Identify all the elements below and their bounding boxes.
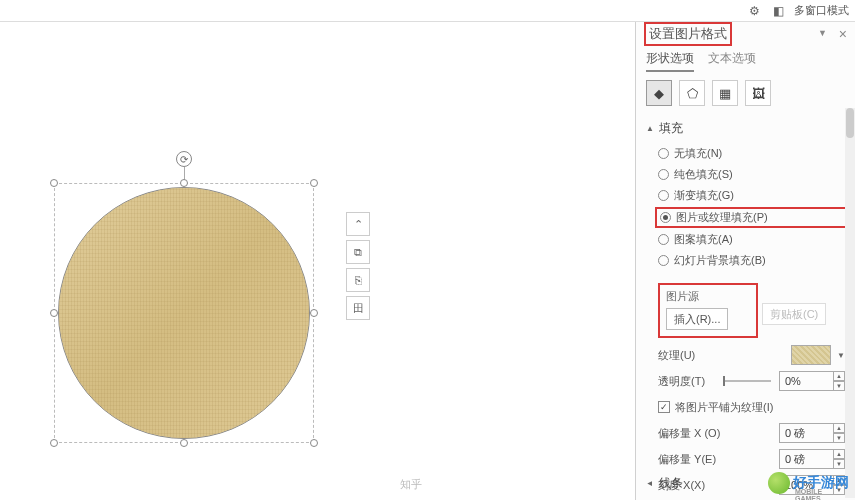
expand-icon[interactable]: ⌃	[346, 212, 370, 236]
offset-x-input[interactable]: 0 磅	[779, 423, 834, 443]
resize-handle-ml[interactable]	[50, 309, 58, 317]
size-props-icon[interactable]: ▦	[712, 80, 738, 106]
format-icon[interactable]: 田	[346, 296, 370, 320]
offset-x-spinner[interactable]: ▲▼	[833, 423, 845, 443]
fill-gradient[interactable]: 渐变填充(G)	[658, 185, 845, 206]
watermark-site: 好手游网 MOBILE GAMES	[768, 472, 849, 494]
offset-y-spinner[interactable]: ▲▼	[833, 449, 845, 469]
canvas[interactable]: ⟳ ⌃ ⧉ ⎘ 田	[0, 22, 635, 500]
logo-ball-icon	[768, 472, 790, 494]
rotate-handle[interactable]: ⟳	[176, 151, 192, 167]
close-icon[interactable]: ×	[839, 26, 847, 42]
picture-source-group: 图片源 插入(R)...	[658, 283, 758, 338]
pane-title: 设置图片格式	[644, 22, 732, 46]
fill-solid[interactable]: 纯色填充(S)	[658, 164, 845, 185]
mode-label: 多窗口模式	[794, 3, 849, 18]
selected-shape[interactable]: ⟳	[58, 187, 310, 439]
transparency-slider[interactable]	[723, 380, 771, 382]
section-fill[interactable]: ▲填充	[636, 114, 855, 143]
format-pane: ▼ × 设置图片格式 形状选项 文本选项 ◆ ⬠ ▦ 🖼 ▲填充 无填充(N) …	[635, 22, 855, 500]
tile-checkbox[interactable]: ✓	[658, 401, 670, 413]
circle-shape[interactable]	[58, 187, 310, 439]
fill-line-icon[interactable]: ◆	[646, 80, 672, 106]
insert-button[interactable]: 插入(R)...	[666, 308, 728, 330]
section-line[interactable]: ▲线条	[636, 469, 693, 498]
section-fill-label: 填充	[659, 120, 683, 137]
resize-handle-mr[interactable]	[310, 309, 318, 317]
offset-x-row: 偏移量 X (O) 0 磅 ▲▼	[636, 420, 855, 446]
fill-none[interactable]: 无填充(N)	[658, 143, 845, 164]
resize-handle-bl[interactable]	[50, 439, 58, 447]
floating-toolbar: ⌃ ⧉ ⎘ 田	[346, 212, 370, 320]
resize-handle-tl[interactable]	[50, 179, 58, 187]
transparency-spinner[interactable]: ▲▼	[833, 371, 845, 391]
tab-shape-options[interactable]: 形状选项	[646, 50, 694, 72]
tab-text-options[interactable]: 文本选项	[708, 50, 756, 72]
resize-handle-br[interactable]	[310, 439, 318, 447]
chevron-down-icon[interactable]: ▼	[837, 351, 845, 360]
dropdown-icon[interactable]: ▼	[818, 28, 827, 38]
section-line-label: 线条	[659, 475, 683, 492]
offset-y-input[interactable]: 0 磅	[779, 449, 834, 469]
window-icon[interactable]: ◧	[770, 3, 786, 19]
copy-icon[interactable]: ⧉	[346, 240, 370, 264]
tile-checkbox-row[interactable]: ✓ 将图片平铺为纹理(I)	[636, 394, 855, 420]
fill-picture[interactable]: 图片或纹理填充(P)	[655, 207, 848, 228]
fill-slidebg[interactable]: 幻灯片背景填充(B)	[658, 250, 845, 271]
fill-pattern[interactable]: 图案填充(A)	[658, 229, 845, 250]
pane-scrollbar[interactable]	[845, 108, 855, 498]
texture-swatch[interactable]	[791, 345, 831, 365]
effects-icon[interactable]: ⬠	[679, 80, 705, 106]
picture-source-label: 图片源	[666, 289, 750, 304]
watermark-zhihu: 知乎	[400, 477, 422, 492]
transparency-input[interactable]: 0%	[779, 371, 834, 391]
resize-handle-tm[interactable]	[180, 179, 188, 187]
resize-handle-bm[interactable]	[180, 439, 188, 447]
resize-handle-tr[interactable]	[310, 179, 318, 187]
transparency-row: 透明度(T) 0% ▲▼	[636, 368, 855, 394]
picture-icon[interactable]: 🖼	[745, 80, 771, 106]
texture-row: 纹理(U) ▼	[636, 342, 855, 368]
scrollbar-thumb[interactable]	[846, 108, 854, 138]
paste-icon[interactable]: ⎘	[346, 268, 370, 292]
settings-icon[interactable]: ⚙	[746, 3, 762, 19]
clipboard-button: 剪贴板(C)	[762, 303, 826, 325]
